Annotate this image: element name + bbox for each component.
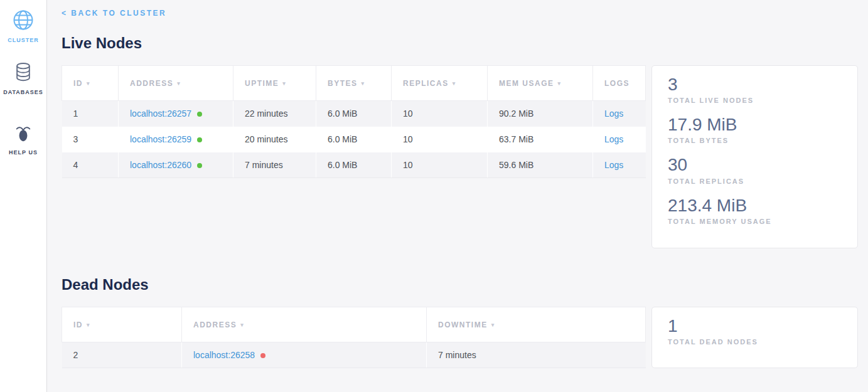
summary-item: 17.9 MiB TOTAL BYTES	[668, 115, 845, 144]
sort-arrow-icon	[554, 79, 562, 88]
sort-arrow-icon	[173, 79, 181, 88]
sort-arrow-icon	[237, 320, 244, 329]
live-nodes-summary-panel: 3 TOTAL LIVE NODES 17.9 MiB TOTAL BYTES …	[651, 65, 858, 248]
sidebar-item-label: CLUSTER	[8, 37, 39, 43]
sort-arrow-icon	[358, 79, 365, 88]
node-address-link[interactable]: localhost:26260	[130, 160, 191, 170]
live-status-dot-icon	[197, 137, 202, 142]
dead-status-dot-icon	[260, 353, 265, 358]
node-id-cell: 2	[62, 342, 182, 368]
node-address-link[interactable]: localhost:26258	[193, 350, 255, 360]
node-uptime-cell: 7 minutes	[233, 152, 316, 178]
node-address-cell: localhost:26260	[119, 152, 233, 178]
node-logs-cell: Logs	[593, 152, 646, 178]
summary-value: 3	[668, 75, 845, 95]
sidebar-item-databases[interactable]: DATABASES	[3, 61, 43, 95]
sort-arrow-icon	[279, 79, 286, 88]
cockroach-icon	[14, 124, 33, 146]
summary-item: 1 TOTAL DEAD NODES	[668, 316, 845, 346]
node-downtime-cell: 7 minutes	[427, 342, 646, 368]
node-uptime-cell: 22 minutes	[233, 101, 316, 127]
node-mem-usage-cell: 90.2 MiB	[488, 101, 593, 127]
live-status-dot-icon	[197, 163, 202, 168]
summary-item: 213.4 MiB TOTAL MEMORY USAGE	[668, 196, 845, 225]
node-logs-cell: Logs	[593, 101, 646, 127]
column-header-mem-usage[interactable]: MEM USAGE	[488, 66, 593, 101]
live-nodes-title: Live Nodes	[62, 34, 858, 52]
column-header-id[interactable]: ID	[62, 307, 182, 342]
summary-label: TOTAL MEMORY USAGE	[668, 218, 845, 225]
node-bytes-cell: 6.0 MiB	[316, 152, 392, 178]
globe-icon	[13, 9, 34, 33]
live-status-dot-icon	[197, 112, 202, 117]
back-to-cluster-link[interactable]: < BACK TO CLUSTER	[62, 9, 166, 18]
node-mem-usage-cell: 63.7 MiB	[488, 127, 593, 152]
summary-value: 1	[668, 316, 845, 336]
column-header-replicas[interactable]: REPLICAS	[392, 66, 488, 101]
column-header-logs: LOGS	[593, 66, 646, 101]
node-address-cell: localhost:26258	[182, 342, 427, 368]
summary-label: TOTAL LIVE NODES	[668, 97, 845, 104]
node-logs-cell: Logs	[593, 127, 646, 152]
node-bytes-cell: 6.0 MiB	[316, 101, 392, 127]
summary-label: TOTAL REPLICAS	[668, 177, 845, 185]
dead-nodes-title: Dead Nodes	[62, 276, 858, 294]
sidebar-item-label: DATABASES	[3, 89, 43, 95]
summary-value: 213.4 MiB	[668, 196, 845, 216]
logs-link[interactable]: Logs	[604, 160, 623, 170]
summary-item: 3 TOTAL LIVE NODES	[668, 75, 845, 104]
node-id-cell: 4	[62, 152, 119, 178]
column-header-downtime[interactable]: DOWNTIME	[427, 307, 646, 342]
column-header-address[interactable]: ADDRESS	[119, 66, 233, 101]
main-content: < BACK TO CLUSTER Live Nodes ID ADDRESS …	[47, 0, 868, 392]
node-address-link[interactable]: localhost:26259	[130, 134, 191, 144]
summary-label: TOTAL BYTES	[668, 137, 845, 144]
database-icon	[14, 61, 33, 85]
dead-nodes-table: ID ADDRESS DOWNTIME 2 localhost:26258 7 …	[62, 307, 646, 368]
node-uptime-cell: 20 minutes	[233, 127, 316, 152]
table-header-row: ID ADDRESS UPTIME BYTES REPLICAS MEM USA…	[62, 66, 646, 101]
live-nodes-section: Live Nodes ID ADDRESS UPTIME BYTES REPLI…	[62, 34, 858, 248]
sort-arrow-icon	[488, 320, 495, 329]
dead-nodes-summary-panel: 1 TOTAL DEAD NODES	[651, 307, 858, 368]
node-id-cell: 3	[62, 127, 119, 152]
node-replicas-cell: 10	[392, 152, 488, 178]
summary-value: 30	[668, 155, 845, 175]
sort-arrow-icon	[449, 79, 456, 88]
dead-nodes-section: Dead Nodes ID ADDRESS DOWNTIME 2 localh	[62, 276, 858, 368]
summary-value: 17.9 MiB	[668, 115, 845, 135]
node-replicas-cell: 10	[392, 127, 488, 152]
sort-arrow-icon	[83, 79, 90, 88]
node-mem-usage-cell: 59.6 MiB	[488, 152, 593, 178]
table-header-row: ID ADDRESS DOWNTIME	[62, 307, 646, 342]
node-address-link[interactable]: localhost:26257	[130, 109, 191, 119]
node-id-cell: 1	[62, 101, 119, 127]
sidebar-item-help-us[interactable]: HELP US	[9, 124, 38, 156]
logs-link[interactable]: Logs	[604, 134, 623, 144]
column-header-address[interactable]: ADDRESS	[182, 307, 427, 342]
node-replicas-cell: 10	[392, 101, 488, 127]
summary-item: 30 TOTAL REPLICAS	[668, 155, 845, 184]
node-bytes-cell: 6.0 MiB	[316, 127, 392, 152]
node-address-cell: localhost:26259	[119, 127, 233, 152]
column-header-uptime[interactable]: UPTIME	[233, 66, 316, 101]
sidebar: CLUSTER DATABASES HELP US	[0, 0, 47, 392]
table-row: 1 localhost:26257 22 minutes 6.0 MiB 10 …	[62, 101, 646, 127]
sidebar-item-label: HELP US	[9, 149, 38, 156]
column-header-bytes[interactable]: BYTES	[316, 66, 392, 101]
live-nodes-table: ID ADDRESS UPTIME BYTES REPLICAS MEM USA…	[62, 65, 646, 178]
node-address-cell: localhost:26257	[119, 101, 233, 127]
table-row: 4 localhost:26260 7 minutes 6.0 MiB 10 5…	[62, 152, 646, 178]
column-header-id[interactable]: ID	[62, 66, 119, 101]
sort-arrow-icon	[83, 320, 90, 329]
summary-label: TOTAL DEAD NODES	[668, 338, 845, 346]
table-row: 3 localhost:26259 20 minutes 6.0 MiB 10 …	[62, 127, 646, 152]
table-row: 2 localhost:26258 7 minutes	[62, 342, 646, 368]
sidebar-item-cluster[interactable]: CLUSTER	[8, 9, 39, 43]
logs-link[interactable]: Logs	[604, 109, 623, 119]
